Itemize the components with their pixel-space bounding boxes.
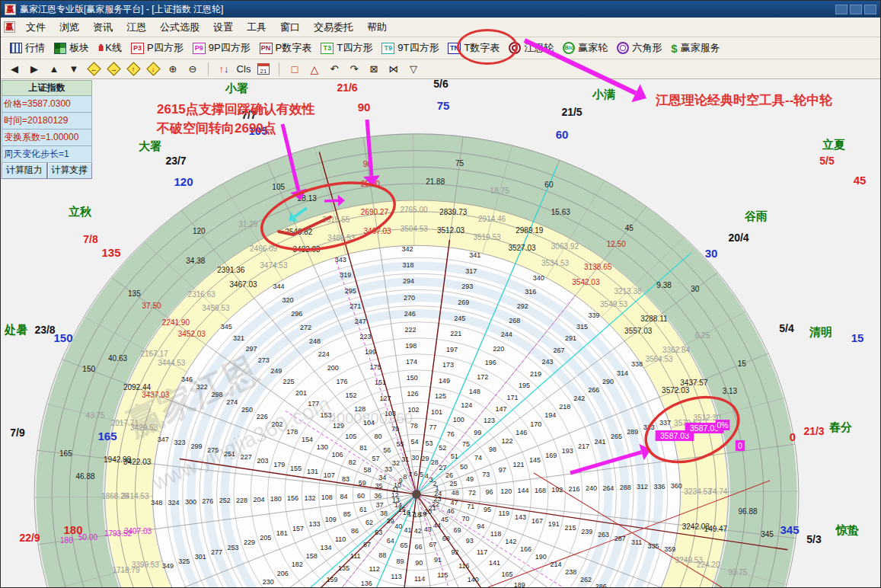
toolbar-item-K线[interactable]: ıllıK线	[94, 40, 126, 56]
svg-text:2914.46: 2914.46	[478, 215, 506, 223]
zoom-in[interactable]: ⊕	[165, 62, 180, 77]
svg-text:297: 297	[245, 345, 257, 353]
menu-item-9[interactable]: 帮助	[360, 18, 394, 37]
calc-button-0[interactable]: 计算阻力	[2, 163, 47, 179]
toolbar-label: 六角形	[632, 41, 662, 55]
cls-tool[interactable]: Cls	[236, 62, 251, 77]
menu-item-5[interactable]: 设置	[206, 18, 240, 37]
svg-text:177: 177	[308, 400, 319, 407]
svg-text:180: 180	[60, 536, 73, 545]
svg-text:299: 299	[190, 443, 202, 450]
toolbar-item-9P四方形[interactable]: P99P四方形	[188, 40, 255, 56]
minimize-button[interactable]	[835, 5, 847, 14]
quote-rows: 价格=3587.0300时间=20180129变换系数=1.00000周天变化步…	[2, 96, 92, 163]
svg-text:113: 113	[391, 573, 401, 580]
toolbar-item-T数字表[interactable]: TNT数字表	[443, 40, 504, 56]
app-logo-icon: 赢	[5, 4, 16, 15]
rotate-cw[interactable]: ↷	[346, 62, 362, 77]
svg-text:133: 133	[308, 520, 320, 528]
pan-down[interactable]: ↓	[145, 62, 161, 77]
toolbar-item-9T四方形[interactable]: T99T四方形	[377, 40, 443, 56]
close-button[interactable]	[864, 5, 876, 14]
title-bar: 赢 赢家江恩专业版[赢家服务平台] - [上证指数 江恩轮]	[1, 1, 880, 18]
svg-text:239: 239	[581, 528, 592, 535]
triangle-tool[interactable]: △	[307, 62, 322, 77]
svg-text:199: 199	[365, 348, 376, 356]
svg-text:292: 292	[517, 302, 528, 310]
pan-up[interactable]: ↑	[126, 62, 141, 77]
shrink-tool[interactable]: ⋈	[386, 62, 401, 77]
svg-text:9.38: 9.38	[656, 281, 672, 289]
svg-text:165: 165	[97, 430, 117, 443]
svg-text:129: 129	[333, 422, 344, 430]
down-arrow[interactable]: ▼	[66, 62, 81, 77]
pan-left[interactable]: ←	[86, 62, 101, 77]
rect-tool[interactable]: □	[287, 62, 302, 77]
menu-item-7[interactable]: 窗口	[273, 18, 307, 37]
svg-text:105: 105	[272, 183, 285, 191]
svg-text:172: 172	[477, 373, 488, 381]
pan-up-icon: ↑	[126, 62, 140, 75]
expand-tool[interactable]: ⊠	[366, 62, 381, 77]
svg-text:145: 145	[529, 456, 541, 464]
box-icon: P9	[193, 43, 206, 54]
updown-tool[interactable]: ↑↓	[216, 62, 231, 77]
svg-text:109: 109	[325, 516, 337, 523]
svg-text:45: 45	[854, 174, 867, 187]
svg-text:60: 60	[357, 492, 365, 500]
toolbar-item-六角形[interactable]: 六角形	[612, 40, 666, 56]
svg-text:223: 223	[359, 333, 371, 340]
menu-item-6[interactable]: 工具	[240, 18, 273, 37]
svg-text:119: 119	[499, 510, 509, 517]
toolbar-item-P数字表[interactable]: PNP数字表	[255, 40, 317, 56]
toolbar-item-赢家服务[interactable]: $赢家服务	[666, 40, 724, 56]
calc-button-1[interactable]: 计算支撑	[47, 163, 93, 179]
menu-item-3[interactable]: 江恩	[120, 18, 153, 37]
svg-text:152: 152	[345, 391, 356, 399]
svg-text:174: 174	[406, 358, 417, 366]
zoom-out[interactable]: ⊖	[185, 62, 200, 77]
toolbar-item-江恩轮[interactable]: 江恩轮	[504, 40, 558, 56]
svg-text:3138.65: 3138.65	[584, 263, 612, 271]
svg-text:3444.53: 3444.53	[158, 359, 186, 367]
svg-text:3504.53: 3504.53	[401, 225, 429, 233]
svg-text:107: 107	[324, 471, 335, 479]
menu-bar: 赢 文件浏览资讯江恩公式选股设置工具窗口交易委托帮助	[1, 18, 880, 37]
svg-text:340: 340	[533, 274, 544, 282]
box-icon: T9	[381, 43, 394, 54]
svg-text:217: 217	[578, 443, 589, 450]
quote-row-2: 变换系数=1.00000	[2, 129, 92, 146]
menu-item-8[interactable]: 交易委托	[307, 18, 360, 37]
svg-text:72: 72	[468, 489, 476, 497]
toolbar-item-赢家轮[interactable]: Bio赢家轮	[558, 40, 612, 56]
clear-tool[interactable]: ▽	[406, 62, 421, 77]
maximize-button[interactable]	[850, 5, 862, 14]
toolbar-item-行情[interactable]: 行情	[5, 40, 49, 56]
menu-item-4[interactable]: 公式选股	[153, 18, 206, 37]
svg-text:96: 96	[485, 488, 493, 496]
window-buttons[interactable]	[835, 5, 876, 14]
toolbar-item-板块[interactable]: 板块	[49, 40, 94, 56]
svg-text:195: 195	[519, 382, 530, 389]
calendar-tool[interactable]: 21	[256, 62, 271, 77]
pan-right[interactable]: →	[106, 62, 121, 77]
gann-wheel-chart[interactable]: 赢家江恩www.yingjia360.com400080036012345678…	[1, 79, 881, 588]
svg-text:3452.03: 3452.03	[178, 330, 206, 338]
menu-item-2[interactable]: 资讯	[86, 18, 120, 37]
svg-text:341: 341	[469, 251, 480, 259]
menu-item-0[interactable]: 文件	[19, 18, 53, 37]
next-arrow[interactable]: ▶	[27, 62, 42, 77]
svg-text:春分: 春分	[828, 420, 852, 433]
up-arrow[interactable]: ▲	[46, 62, 62, 77]
toolbar-item-P四方形[interactable]: P3P四方形	[126, 40, 188, 56]
rotate-ccw[interactable]: ↶	[327, 62, 342, 77]
svg-text:15: 15	[738, 360, 747, 368]
svg-text:338: 338	[631, 360, 643, 368]
svg-text:65: 65	[401, 542, 408, 549]
svg-text:150: 150	[82, 365, 95, 373]
menu-item-1[interactable]: 浏览	[53, 18, 86, 37]
svg-text:294: 294	[403, 277, 414, 285]
prev-arrow[interactable]: ◀	[7, 62, 22, 77]
svg-text:27: 27	[439, 464, 447, 471]
toolbar-item-T四方形[interactable]: T3T四方形	[316, 40, 377, 56]
